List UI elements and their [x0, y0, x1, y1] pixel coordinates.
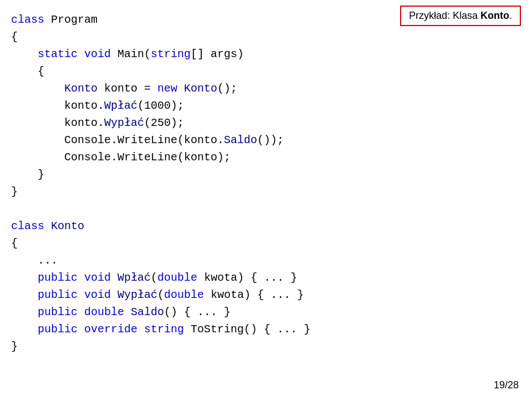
- code-line-10: }: [11, 166, 310, 183]
- code-line-9: Console.WriteLine(konto);: [11, 149, 310, 166]
- code-line-3: static void Main(string[] args): [11, 45, 310, 63]
- code-line-8: Console.WriteLine(konto.Saldo());: [11, 131, 310, 149]
- code-block: class Program { static void Main(string[…: [11, 11, 310, 355]
- code-line-13: class Konto: [11, 217, 310, 235]
- code-line-20: }: [11, 338, 310, 355]
- code-line-12: [11, 200, 310, 217]
- code-line-19: public override string ToString() { ... …: [11, 321, 310, 338]
- class-name-label: Konto: [480, 10, 509, 21]
- code-line-14: {: [11, 235, 310, 252]
- page-number: 19/28: [494, 379, 519, 391]
- code-line-15: ...: [11, 252, 310, 269]
- code-line-18: public double Saldo() { ... }: [11, 303, 310, 321]
- code-line-5: Konto konto = new Konto();: [11, 80, 310, 97]
- code-line-16: public void Wpłać(double kwota) { ... }: [11, 269, 310, 286]
- code-line-2: {: [11, 28, 310, 45]
- slide: Przykład: Klasa Konto. class Program { s…: [0, 0, 532, 400]
- code-line-4: {: [11, 63, 310, 80]
- code-line-7: konto.Wypłać(250);: [11, 114, 310, 131]
- code-line-17: public void Wypłać(double kwota) { ... }: [11, 286, 310, 303]
- code-line-11: }: [11, 183, 310, 200]
- code-line-1: class Program: [11, 11, 310, 28]
- code-line-6: konto.Wpłać(1000);: [11, 97, 310, 114]
- example-label: Przykład: Klasa Konto.: [400, 6, 521, 26]
